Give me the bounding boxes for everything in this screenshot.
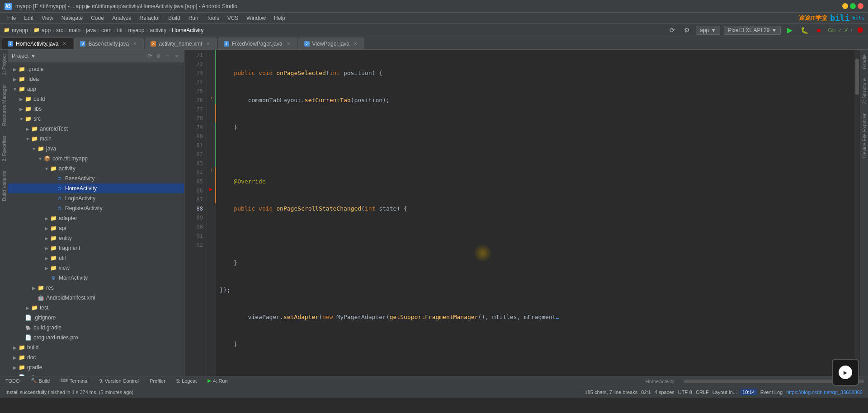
breadcrumb-main[interactable]: main [69,27,80,33]
sync-tree-icon[interactable]: ⟳ [146,52,153,60]
sidebar-right-structure[interactable]: Z: Structure [862,78,867,104]
tab-fixed-view-close[interactable]: ✕ [285,41,292,47]
close-tree-icon[interactable]: ✕ [173,52,180,60]
menu-navigate[interactable]: Navigate [58,14,86,22]
sidebar-label-project[interactable]: 1: Project [1,54,7,75]
tree-item-build-gradle-app[interactable]: ▶ 🐘 build.gradle [8,323,184,333]
tree-item-gitignore-app[interactable]: ▶ 📄 .gitignore [8,313,184,323]
tab-base-activity-close[interactable]: ✕ [132,41,138,47]
tree-item-mainactivity[interactable]: ▶ © MainActivity [8,273,184,283]
maximize-button[interactable] [850,3,856,9]
bottom-tab-build[interactable]: 🔨 Build [29,376,52,386]
tree-item-proguard[interactable]: ▶ 📄 proguard-rules.pro [8,333,184,343]
tree-item-activity[interactable]: ▼ 📁 activity [8,164,184,174]
menu-code[interactable]: Code [87,14,108,22]
tree-item-idea[interactable]: ▶ 📁 .idea [8,74,184,84]
debug-button[interactable]: 🐛 [799,25,810,36]
play-button[interactable]: ▶ [839,366,852,379]
editor-area[interactable]: 71 72 73 74 75 76 77 78 79 80 81 82 83 8… [184,50,860,376]
bottom-tab-logcat[interactable]: 5: Logcat [175,376,198,386]
tree-item-libs[interactable]: ▶ 📁 libs [8,104,184,114]
sidebar-label-build-variants[interactable]: Build Variants [1,171,7,201]
minimize-button[interactable] [842,3,848,9]
settings-button[interactable]: ⚙ [681,25,692,36]
menu-help[interactable]: Help [270,14,289,22]
tree-item-app[interactable]: ▼ 📁 app [8,84,184,94]
project-dropdown-icon[interactable]: ▼ [30,53,36,59]
bottom-tab-todo[interactable]: TODO [4,376,22,386]
tree-item-gitignore-root[interactable]: ▶ 📄 .gitignore [8,372,184,376]
tree-item-main[interactable]: ▼ 📁 main [8,134,184,144]
sidebar-right-gradle[interactable]: Gradle [862,54,867,69]
tree-item-homeactivity[interactable]: ▶ © HomeActivity [8,183,184,193]
tree-item-build-root[interactable]: ▶ 📁 build [8,343,184,352]
tree-item-view[interactable]: ▶ 📁 view [8,263,184,273]
status-line-sep[interactable]: CRLF [696,390,709,395]
run-button[interactable]: ▶ [784,25,795,36]
tree-item-entity[interactable]: ▶ 📁 entity [8,233,184,243]
tab-home-activity[interactable]: J HomeActivity.java ✕ [2,38,73,49]
tree-item-baseactivity[interactable]: ▶ © BaseActivity [8,174,184,183]
menu-analyze[interactable]: Analyze [108,14,135,22]
tree-item-adapter[interactable]: ▶ 📁 adapter [8,213,184,223]
tree-item-fragment[interactable]: ▶ 📁 fragment [8,243,184,253]
sidebar-label-resource[interactable]: Resource Manager [1,84,7,127]
status-encoding[interactable]: UTF-8 [678,390,692,395]
sidebar-label-favorites[interactable]: 2: Favorites [1,136,7,161]
tab-home-activity-close[interactable]: ✕ [61,41,67,47]
tree-item-src[interactable]: ▼ 📁 src [8,114,184,124]
tree-item-registeractivity[interactable]: ▶ © RegisterActivity [8,203,184,213]
tree-item-manifest[interactable]: ▶ 🤖 AndroidManifest.xml [8,293,184,303]
code-content[interactable]: public void onPageSelected(int position)… [216,50,860,376]
breadcrumb-app[interactable]: app [42,27,51,33]
menu-edit[interactable]: Edit [20,14,37,22]
menu-refactor[interactable]: Refactor [136,14,164,22]
tree-item-build[interactable]: ▶ 📁 build [8,94,184,104]
settings-tree-icon[interactable]: ⚙ [155,52,162,60]
breadcrumb-src[interactable]: src [56,27,63,33]
tab-activity-home-xml[interactable]: X activity_home.xml ✕ [145,38,217,49]
status-layout-inspector[interactable]: Layout In... [712,390,737,395]
breadcrumb-myapp[interactable]: myapp [12,27,28,33]
bottom-tab-profiler[interactable]: Profiler [148,376,167,386]
tab-fixed-view-pager[interactable]: J FixedViewPager.java ✕ [218,38,297,49]
video-overlay[interactable]: ▶ [832,359,859,386]
status-position[interactable]: 82:1 [641,390,651,395]
right-scrollbar-thumb[interactable] [855,59,859,95]
right-scrollbar-track[interactable] [854,50,860,376]
tree-item-gradle[interactable]: ▶ 📁 .gradle [8,64,184,74]
breadcrumb-myapp2[interactable]: myapp [128,27,144,33]
tab-base-activity[interactable]: J BaseActivity.java ✕ [74,38,144,49]
breadcrumb-java[interactable]: java [86,27,96,33]
tree-item-androidtest[interactable]: ▶ 📁 androidTest [8,124,184,134]
tab-view-pager[interactable]: J ViewPager.java ✕ [298,38,365,49]
run-config-dropdown[interactable]: app ▼ [696,26,720,35]
breadcrumb-com[interactable]: com [101,27,112,33]
tab-xml-close[interactable]: ✕ [205,41,211,47]
minimize-tree-icon[interactable]: − [164,52,171,60]
bottom-tab-version-control[interactable]: 9: Version Control [98,376,141,386]
close-button[interactable] [858,3,863,9]
tree-item-doc[interactable]: ▶ 📁 doc [8,352,184,362]
menu-run[interactable]: Run [185,14,202,22]
menu-vcs[interactable]: VCS [224,14,242,22]
bottom-tab-terminal[interactable]: ⌨ Terminal [59,376,90,386]
menu-window[interactable]: Window [243,14,269,22]
sidebar-right-device[interactable]: Device File Explorer [862,113,867,158]
tab-view-pager-close[interactable]: ✕ [352,41,359,47]
tree-item-test[interactable]: ▶ 📁 test [8,303,184,313]
status-event-log[interactable]: Event Log [760,390,783,395]
device-config-dropdown[interactable]: Pixel 3 XL API 29 ▼ [724,26,781,35]
breadcrumb-ttit[interactable]: ttit [117,27,123,33]
menu-view[interactable]: View [38,14,57,22]
menu-build[interactable]: Build [165,14,184,22]
tree-item-package[interactable]: ▼ 📦 com.ttit.myapp [8,154,184,164]
record-button[interactable]: ⏺ [856,25,864,35]
tree-item-util[interactable]: ▶ 📁 util [8,253,184,263]
status-spaces[interactable]: 4 spaces [655,390,675,395]
tree-item-res[interactable]: ▶ 📁 res [8,283,184,293]
menu-file[interactable]: File [4,14,19,22]
bottom-tab-run[interactable]: ▶ 4: Run [206,376,229,386]
tree-item-gradle-root[interactable]: ▶ 📁 gradle [8,362,184,372]
breadcrumb-activity[interactable]: activity [150,27,166,33]
